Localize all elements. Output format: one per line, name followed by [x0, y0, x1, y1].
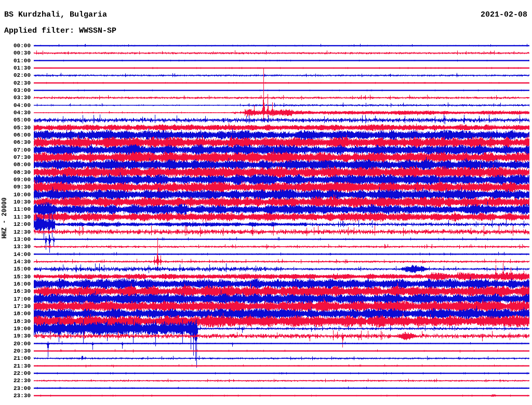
time-label: 19:00	[0, 326, 31, 332]
time-label: 00:30	[0, 50, 31, 56]
time-label: 22:30	[0, 377, 31, 384]
time-label: 12:00	[0, 221, 31, 227]
time-label: 04:30	[0, 110, 31, 116]
time-label: 02:00	[0, 72, 31, 78]
time-label: 18:00	[0, 310, 31, 317]
time-label: 16:00	[0, 281, 31, 287]
time-label: 07:30	[0, 154, 31, 160]
time-label: 14:30	[0, 259, 31, 265]
time-label: 23:00	[0, 385, 31, 392]
time-label: 11:00	[0, 206, 31, 212]
time-label: 15:30	[0, 274, 31, 280]
time-label: 12:30	[0, 229, 31, 235]
time-label: 08:30	[0, 169, 31, 176]
time-label: 00:00	[0, 43, 31, 49]
time-label: 16:30	[0, 288, 31, 294]
time-label: 21:30	[0, 363, 31, 369]
time-label: 17:30	[0, 303, 31, 309]
time-label: 01:00	[0, 58, 31, 64]
time-label: 20:00	[0, 341, 31, 347]
time-label: 20:30	[0, 348, 31, 354]
time-label: 05:30	[0, 125, 31, 131]
time-label: 02:30	[0, 80, 31, 86]
time-label: 13:30	[0, 244, 31, 250]
time-label: 22:00	[0, 370, 31, 376]
time-label: 01:30	[0, 65, 31, 71]
time-label: 18:30	[0, 318, 31, 325]
time-label: 23:30	[0, 393, 31, 399]
time-label: 17:00	[0, 296, 31, 302]
time-label: 15:00	[0, 266, 31, 272]
time-label: 07:00	[0, 147, 31, 153]
time-label: 19:30	[0, 333, 31, 339]
time-label: 10:00	[0, 192, 31, 198]
time-label: 04:00	[0, 102, 31, 109]
time-label: 09:30	[0, 184, 31, 190]
time-label: 03:00	[0, 87, 31, 93]
helicorder-page: BS Kurdzhali, Bulgaria Applied filter: W…	[0, 0, 532, 405]
time-label: 11:30	[0, 214, 31, 220]
time-label: 13:00	[0, 236, 31, 242]
helicorder-canvas	[0, 0, 532, 405]
time-label: 09:00	[0, 177, 31, 183]
station-title: BS Kurdzhali, Bulgaria	[4, 10, 107, 19]
time-label: 03:30	[0, 95, 31, 101]
filter-label: Applied filter: WWSSN-SP	[4, 26, 116, 35]
time-label: 10:30	[0, 199, 31, 205]
time-label: 06:30	[0, 139, 31, 145]
time-label: 06:00	[0, 132, 31, 138]
time-label: 05:00	[0, 117, 31, 123]
date-label: 2021-02-08	[481, 10, 527, 19]
time-label: 14:00	[0, 251, 31, 258]
time-label: 08:00	[0, 161, 31, 168]
time-label: 21:00	[0, 355, 31, 361]
